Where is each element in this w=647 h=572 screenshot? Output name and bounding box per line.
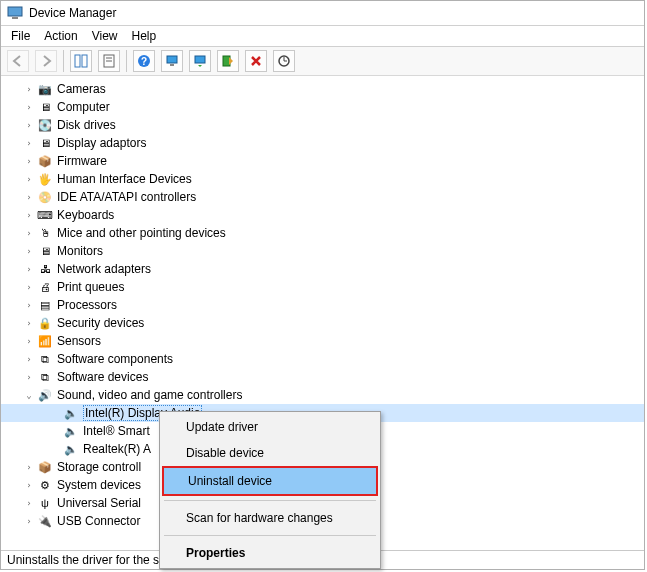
expand-icon[interactable]: ›	[23, 246, 35, 256]
tree-item[interactable]: ›▤Processors	[1, 296, 644, 314]
context-menu-item[interactable]: Uninstall device	[162, 466, 378, 496]
device-manager-window: Device Manager File Action View Help ? ›…	[0, 0, 645, 570]
tree-item-label: Security devices	[57, 316, 144, 330]
delete-button[interactable]	[245, 50, 267, 72]
expand-icon[interactable]: ›	[23, 480, 35, 490]
speaker-icon: 🔈	[63, 441, 79, 457]
expand-icon[interactable]: ›	[23, 462, 35, 472]
expand-icon[interactable]: ›	[23, 120, 35, 130]
hid-icon: 🖐	[37, 171, 53, 187]
expand-icon[interactable]: ›	[23, 156, 35, 166]
expand-icon[interactable]: ›	[23, 102, 35, 112]
expand-icon[interactable]: ›	[23, 84, 35, 94]
update-driver-button[interactable]	[189, 50, 211, 72]
menu-file[interactable]: File	[11, 29, 30, 43]
tree-item[interactable]: ›🖐Human Interface Devices	[1, 170, 644, 188]
context-menu-item[interactable]: Properties	[162, 540, 378, 566]
expand-icon[interactable]: ›	[23, 174, 35, 184]
expand-icon[interactable]: ›	[23, 516, 35, 526]
tree-item-label: Processors	[57, 298, 117, 312]
mouse-icon: 🖱	[37, 225, 53, 241]
tree-item[interactable]: ›🖧Network adapters	[1, 260, 644, 278]
tree-item[interactable]: ›📀IDE ATA/ATAPI controllers	[1, 188, 644, 206]
tree-item[interactable]: ›📦Firmware	[1, 152, 644, 170]
tree-item-label: Monitors	[57, 244, 103, 258]
tree-item[interactable]: ›⌨Keyboards	[1, 206, 644, 224]
expand-icon[interactable]: ›	[23, 282, 35, 292]
context-menu-item[interactable]: Update driver	[162, 414, 378, 440]
tree-item[interactable]: ›📶Sensors	[1, 332, 644, 350]
titlebar: Device Manager	[1, 1, 644, 26]
tree-item-label: Sound, video and game controllers	[57, 388, 242, 402]
show-hidden-button[interactable]	[70, 50, 92, 72]
tree-item[interactable]: ›🖥Computer	[1, 98, 644, 116]
network-icon: 🖧	[37, 261, 53, 277]
svg-rect-0	[8, 7, 22, 16]
tree-item[interactable]: ›🖥Display adaptors	[1, 134, 644, 152]
context-menu-item[interactable]: Scan for hardware changes	[162, 505, 378, 531]
context-menu-item[interactable]: Disable device	[162, 440, 378, 466]
tree-item[interactable]: ›⧉Software devices	[1, 368, 644, 386]
tree-item-label: Human Interface Devices	[57, 172, 192, 186]
tree-item-label: Network adapters	[57, 262, 151, 276]
forward-button[interactable]	[35, 50, 57, 72]
uninstall-button[interactable]	[217, 50, 239, 72]
tree-item-label: IDE ATA/ATAPI controllers	[57, 190, 196, 204]
printer-icon: 🖨	[37, 279, 53, 295]
expand-icon[interactable]: ›	[23, 372, 35, 382]
tree-item[interactable]: ›📷Cameras	[1, 80, 644, 98]
expand-icon[interactable]: ›	[23, 300, 35, 310]
tree-item-label: Cameras	[57, 82, 106, 96]
sensor-icon: 📶	[37, 333, 53, 349]
expand-icon[interactable]: ›	[23, 318, 35, 328]
tree-item[interactable]: ›⧉Software components	[1, 350, 644, 368]
tree-item[interactable]: ›🔒Security devices	[1, 314, 644, 332]
menu-separator	[164, 500, 376, 501]
svg-rect-3	[82, 55, 87, 67]
tree-item-label: Intel® Smart	[83, 424, 150, 438]
expand-icon[interactable]: ›	[23, 498, 35, 508]
expand-icon[interactable]: ›	[23, 210, 35, 220]
expand-icon[interactable]: ›	[23, 228, 35, 238]
speaker-icon: 🔈	[63, 423, 79, 439]
tree-item[interactable]: ›🖱Mice and other pointing devices	[1, 224, 644, 242]
tree-item-label: Keyboards	[57, 208, 114, 222]
menu-view[interactable]: View	[92, 29, 118, 43]
tree-item[interactable]: ›🖥Monitors	[1, 242, 644, 260]
tree-item[interactable]: ›🖨Print queues	[1, 278, 644, 296]
usb-connector-icon: 🔌	[37, 513, 53, 529]
expand-icon[interactable]: ›	[23, 264, 35, 274]
tree-item-label: System devices	[57, 478, 141, 492]
svg-rect-9	[167, 56, 177, 63]
computer-icon: 🖥	[37, 99, 53, 115]
expand-icon[interactable]: ›	[23, 336, 35, 346]
tree-item[interactable]: ⌄🔊Sound, video and game controllers	[1, 386, 644, 404]
usb-icon: ψ	[37, 495, 53, 511]
cpu-icon: ▤	[37, 297, 53, 313]
expand-icon[interactable]: ›	[23, 138, 35, 148]
enable-button[interactable]	[161, 50, 183, 72]
svg-rect-12	[223, 56, 230, 66]
camera-icon: 📷	[37, 81, 53, 97]
tree-item-label: Display adaptors	[57, 136, 146, 150]
help-button[interactable]: ?	[133, 50, 155, 72]
toolbar: ?	[1, 47, 644, 76]
speaker-icon: 🔈	[63, 405, 79, 421]
svg-rect-2	[75, 55, 80, 67]
keyboard-icon: ⌨	[37, 207, 53, 223]
ide-icon: 📀	[37, 189, 53, 205]
security-icon: 🔒	[37, 315, 53, 331]
toolbar-separator	[63, 50, 64, 72]
properties-button[interactable]	[98, 50, 120, 72]
collapse-icon[interactable]: ⌄	[23, 390, 35, 400]
tree-item[interactable]: ›💽Disk drives	[1, 116, 644, 134]
menubar: File Action View Help	[1, 26, 644, 47]
menu-action[interactable]: Action	[44, 29, 77, 43]
expand-icon[interactable]: ›	[23, 354, 35, 364]
menu-help[interactable]: Help	[132, 29, 157, 43]
tree-item-label: Software components	[57, 352, 173, 366]
scan-button[interactable]	[273, 50, 295, 72]
expand-icon[interactable]: ›	[23, 192, 35, 202]
back-button[interactable]	[7, 50, 29, 72]
tree-item-label: Print queues	[57, 280, 124, 294]
